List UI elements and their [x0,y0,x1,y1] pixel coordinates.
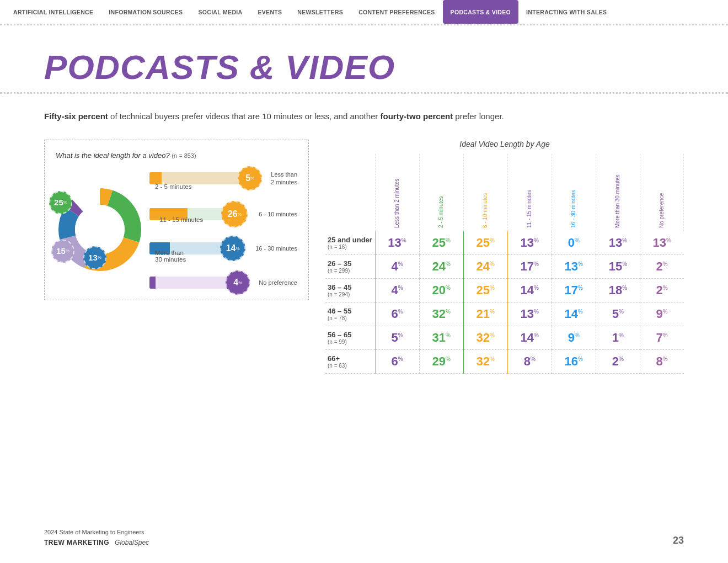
cell-3-3: 13% [507,302,552,326]
cell-0-3: 13% [507,231,552,255]
footer-logo-gs: GlobalSpec [115,539,149,546]
chart-n-val: (n = 853) [172,152,196,159]
main-content: Fifty-six percent of technical buyers pr… [0,94,728,390]
intro-text-3: prefer longer. [453,111,504,121]
cell-2-4: 17% [552,278,596,302]
table-title: Ideal Video Length by Age [325,140,684,148]
nav-item-events[interactable]: EVENTS [250,0,290,24]
cell-5-2: 32% [463,349,507,373]
col-header-lt2: Less than 2 minutes [375,154,419,231]
right-section: Ideal Video Length by Age Less than 2 mi… [309,140,684,374]
cell-4-5: 1% [596,326,640,349]
cell-1-5: 15% [596,254,640,278]
cell-1-0: 4% [375,254,419,278]
cell-4-4: 9% [552,326,596,349]
page-number: 23 [673,535,684,546]
bar-label-16-30: 16 - 30 minutes [255,245,297,252]
bar-label-lt2: Less than2 minutes [271,171,297,187]
footer-left: 2024 State of Marketing to Engineers TRE… [44,529,149,546]
bar-circle-5: 5% [238,166,262,190]
cell-1-1: 24% [419,254,463,278]
cell-0-2: 25% [463,231,507,255]
nav-item-sales[interactable]: INTERACTING WITH SALES [518,0,614,24]
cell-2-0: 4% [375,278,419,302]
cell-3-4: 14% [552,302,596,326]
cell-3-0: 6% [375,302,419,326]
nav-item-social[interactable]: SOCIAL MEDIA [190,0,250,24]
cell-5-4: 16% [552,349,596,373]
page-title-section: PODCASTS & VIDEO [0,25,728,94]
cell-4-6: 7% [640,326,683,349]
footer-year-text: 2024 State of Marketing to Engineers [44,529,149,535]
cell-1-3: 17% [507,254,552,278]
col-header-11-15: 11 - 15 minutes [507,154,552,231]
nav-item-podcasts[interactable]: PODCASTS & VIDEO [443,0,518,24]
cell-4-1: 31% [419,326,463,349]
col-header-6-10: 6 - 10 minutes [463,154,507,231]
nav-item-info-sources[interactable]: INFORMATION SOURCES [101,0,190,24]
cell-2-5: 18% [596,278,640,302]
nav-item-content-prefs[interactable]: CONTENT PREFERENCES [351,0,442,24]
col-header-empty [325,154,375,231]
table-row: 66+(n = 63)6%29%32%8%16%2%8% [325,349,684,373]
cell-0-0: 13% [375,231,419,255]
footer: 2024 State of Marketing to Engineers TRE… [44,529,684,546]
table-row: 36 – 45(n = 294)4%20%25%14%17%18%2% [325,278,684,302]
cell-4-3: 14% [507,326,552,349]
chart-question: What is the ideal length for a video? (n… [56,151,297,160]
cell-3-2: 21% [463,302,507,326]
data-table: Less than 2 minutes 2 - 5 minutes 6 - 10… [325,154,684,374]
bar-row-nopref: 4% No preference [149,277,297,289]
bar-circle-4: 4% [226,270,250,295]
cell-0-6: 13% [640,231,683,255]
cell-4-2: 32% [463,326,507,349]
row-label-5: 66+(n = 63) [325,349,375,373]
donut-chart: 25% 15% 13% [56,185,144,274]
col-header-nopref: No preference [640,154,683,231]
row-label-3: 46 – 55(n = 78) [325,302,375,326]
cell-5-6: 8% [640,349,683,373]
cell-1-6: 2% [640,254,683,278]
col-header-16-30: 16 - 30 minutes [552,154,596,231]
donut-label-13: 13% [83,246,106,269]
cell-5-0: 6% [375,349,419,373]
nav-item-ai[interactable]: ARTIFICIAL INTELLIGENCE [6,0,101,24]
nav-item-newsletters[interactable]: NEWSLETTERS [290,0,351,24]
intro-paragraph: Fifty-six percent of technical buyers pr… [44,110,684,123]
bar-label-6-10: 6 - 10 minutes [259,211,297,217]
intro-bold-2: fourty-two percent [380,111,453,121]
intro-text-2: of technical buyers prefer videos that a… [108,111,381,121]
donut-label-25: 25% [49,191,72,214]
cell-0-1: 25% [419,231,463,255]
cell-0-5: 13% [596,231,640,255]
donut-label-15: 15% [51,240,74,263]
navigation: ARTIFICIAL INTELLIGENCE INFORMATION SOUR… [0,0,728,25]
cell-4-0: 5% [375,326,419,349]
cell-5-3: 8% [507,349,552,373]
cell-0-4: 0% [552,231,596,255]
cell-1-4: 13% [552,254,596,278]
cell-2-1: 20% [419,278,463,302]
row-label-1: 26 – 35(n = 299) [325,254,375,278]
cell-5-5: 2% [596,349,640,373]
cell-5-1: 29% [419,349,463,373]
footer-logos: TREW MARKETING GlobalSpec [44,539,149,546]
col-header-30p: More than 30 minutes [596,154,640,231]
bar-side-labels: 2 - 5 minutes 11 - 15 minutes More than3… [155,179,203,263]
table-row: 26 – 35(n = 299)4%24%24%17%13%15%2% [325,254,684,278]
page-title: PODCASTS & VIDEO [44,47,684,87]
cell-2-2: 25% [463,278,507,302]
cell-3-1: 32% [419,302,463,326]
cell-2-3: 14% [507,278,552,302]
bar-label-nopref: No preference [259,279,297,286]
bar-circle-26: 26% [221,201,248,227]
table-row: 56 – 65(n = 99)5%31%32%14%9%1%7% [325,326,684,349]
row-label-2: 36 – 45(n = 294) [325,278,375,302]
charts-container: What is the ideal length for a video? (n… [44,140,684,374]
intro-bold-1: Fifty-six percent [44,111,108,121]
cell-1-2: 24% [463,254,507,278]
table-row: 46 – 55(n = 78)6%32%21%13%14%5%9% [325,302,684,326]
cell-3-5: 5% [596,302,640,326]
table-row: 25 and under(n = 16)13%25%25%13%0%13%13% [325,231,684,255]
bar-circle-14: 14% [220,236,245,261]
